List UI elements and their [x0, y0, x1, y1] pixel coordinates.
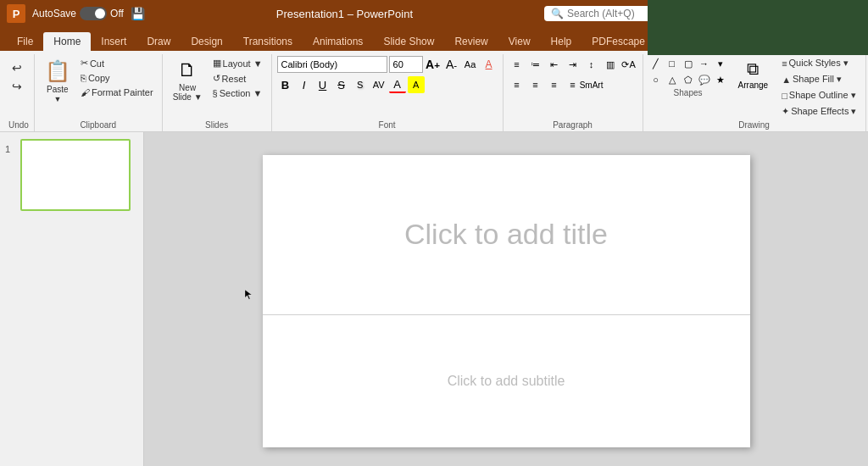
slide-subtitle-area[interactable]: Click to add subtitle: [263, 315, 750, 447]
shape-line[interactable]: ╱: [648, 56, 664, 71]
copy-icon: ⎘: [81, 73, 86, 83]
shape-fill-label: Shape Fill ▾: [793, 74, 842, 85]
tab-slideshow[interactable]: Slide Show: [373, 32, 444, 51]
italic-button[interactable]: I: [296, 76, 313, 93]
cut-label: Cut: [90, 58, 104, 69]
canvas-area[interactable]: Click to add title Click to add subtitle: [144, 132, 868, 466]
slide-canvas[interactable]: Click to add title Click to add subtitle: [263, 155, 750, 447]
shape-effects-label: Shape Effects ▾: [791, 106, 856, 117]
drawing-group-label: Drawing: [648, 119, 860, 131]
autosave-toggle[interactable]: [80, 7, 107, 20]
bullets-button[interactable]: ≡: [509, 56, 526, 73]
slide-thumb-container: 1: [5, 139, 138, 211]
slide-thumbnail[interactable]: [20, 139, 131, 211]
shape-outline-button[interactable]: □ Shape Outline ▾: [778, 88, 860, 103]
arrange-section: ⧉ Arrange: [733, 56, 774, 93]
section-button[interactable]: § Section ▼: [209, 86, 266, 100]
align-right-button[interactable]: ≡: [546, 76, 563, 93]
format-painter-button[interactable]: 🖌 Format Painter: [77, 86, 157, 99]
font-spacing-button[interactable]: AV: [370, 76, 387, 93]
shape-more[interactable]: ▾: [713, 56, 728, 71]
decrease-indent-button[interactable]: ⇤: [546, 56, 563, 73]
quick-styles-button[interactable]: ≡ Quick Styles ▾: [778, 56, 860, 70]
save-icon[interactable]: 💾: [131, 7, 145, 20]
autosave-label: AutoSave: [32, 8, 76, 19]
change-case-button[interactable]: Aa: [462, 56, 479, 73]
tab-home[interactable]: Home: [43, 32, 91, 51]
font-size-selector[interactable]: [389, 56, 423, 73]
increase-indent-button[interactable]: ⇥: [565, 56, 581, 73]
align-left-button[interactable]: ≡: [509, 76, 526, 93]
paste-button[interactable]: 📋 Paste▼: [40, 56, 75, 107]
layout-button[interactable]: ▦ Layout ▼: [209, 56, 266, 70]
ribbon: ↩ ↪ Undo 📋 Paste▼ ✂ Cut: [0, 51, 868, 132]
highlight-button[interactable]: A: [408, 76, 425, 93]
columns-button[interactable]: ▥: [602, 56, 619, 73]
line-spacing-button[interactable]: ↕: [583, 56, 600, 73]
tab-view[interactable]: View: [498, 32, 541, 51]
shadow-button[interactable]: S: [352, 76, 369, 93]
undo-button[interactable]: ↩: [8, 59, 25, 76]
slide-subtitle-placeholder[interactable]: Click to add subtitle: [448, 374, 565, 389]
shape-triangle[interactable]: △: [665, 72, 680, 87]
arrange-button[interactable]: ⧉ Arrange: [733, 56, 774, 93]
shape-effects-button[interactable]: ✦ Shape Effects ▾: [778, 104, 860, 119]
font-name-selector[interactable]: [277, 56, 387, 73]
clipboard-group-label: Clipboard: [40, 119, 157, 131]
underline-button[interactable]: U: [314, 76, 331, 93]
text-direction-button[interactable]: ⟳A: [620, 56, 637, 73]
tab-review[interactable]: Review: [444, 32, 498, 51]
format-painter-icon: 🖌: [81, 87, 90, 97]
main-area: 1 Click to add title Click to add subtit…: [0, 132, 868, 466]
font-color-button[interactable]: A: [389, 76, 406, 93]
new-slide-label: NewSlide ▼: [173, 83, 203, 102]
numbering-button[interactable]: ≔: [527, 56, 544, 73]
align-center-button[interactable]: ≡: [527, 76, 544, 93]
shape-outline-label: Shape Outline ▾: [789, 90, 856, 101]
slide-title-placeholder[interactable]: Click to add title: [404, 218, 608, 251]
tab-draw[interactable]: Draw: [136, 32, 181, 51]
shape-arrow[interactable]: →: [697, 56, 712, 71]
strikethrough-button[interactable]: S: [333, 76, 350, 93]
tab-animations[interactable]: Animations: [303, 32, 373, 51]
tab-insert[interactable]: Insert: [91, 32, 136, 51]
cut-button[interactable]: ✂ Cut: [77, 56, 157, 70]
shape-effects-icon: ✦: [782, 106, 789, 117]
tab-design[interactable]: Design: [181, 32, 232, 51]
slide-number: 1: [5, 144, 15, 154]
shape-star[interactable]: ★: [713, 72, 728, 87]
shape-callout[interactable]: 💬: [697, 72, 712, 87]
paste-icon: 📋: [45, 59, 70, 83]
tab-help[interactable]: Help: [541, 32, 582, 51]
shapes-grid: ╱ □ ▢ → ▾ ○ △ ⬠ 💬 ★: [648, 56, 728, 87]
group-paragraph: ≡ ≔ ⇤ ⇥ ↕ ▥ ⟳A ≡ ≡ ≡ ≡ SmArt Paragraph: [504, 54, 643, 131]
shape-rect[interactable]: □: [665, 56, 680, 71]
new-slide-icon: 🗋: [178, 59, 197, 81]
shape-fill-button[interactable]: ▲ Shape Fill ▾: [778, 72, 860, 86]
new-slide-button[interactable]: 🗋 NewSlide ▼: [168, 56, 208, 105]
app-logo: P: [7, 4, 25, 23]
tab-file[interactable]: File: [7, 32, 43, 51]
tab-transitions[interactable]: Transitions: [233, 32, 303, 51]
shape-pentagon[interactable]: ⬠: [681, 72, 696, 87]
clear-format-button[interactable]: A: [481, 56, 498, 73]
paste-label: Paste▼: [47, 85, 69, 103]
shape-oval[interactable]: ○: [648, 72, 664, 87]
slide-title-area[interactable]: Click to add title: [263, 155, 750, 316]
copy-button[interactable]: ⎘ Copy: [77, 71, 157, 85]
increase-font-button[interactable]: A+: [425, 56, 442, 73]
bold-button[interactable]: B: [277, 76, 294, 93]
smartart-button[interactable]: SmArt: [583, 76, 600, 93]
section-icon: §: [213, 88, 218, 98]
decrease-font-button[interactable]: A-: [443, 56, 460, 73]
shape-roundrect[interactable]: ▢: [681, 56, 696, 71]
redo-button[interactable]: ↪: [8, 78, 25, 95]
layout-label: Layout ▼: [223, 58, 263, 69]
group-drawing: ╱ □ ▢ → ▾ ○ △ ⬠ 💬 ★ Shapes ⧉: [643, 54, 866, 131]
reset-button[interactable]: ↺ Reset: [209, 71, 266, 86]
justify-button[interactable]: ≡: [565, 76, 581, 93]
shape-fill-icon: ▲: [782, 75, 791, 85]
toggle-state: Off: [110, 8, 124, 19]
section-label: Section ▼: [220, 88, 263, 98]
font-row-1: A+ A- Aa A: [277, 56, 498, 73]
